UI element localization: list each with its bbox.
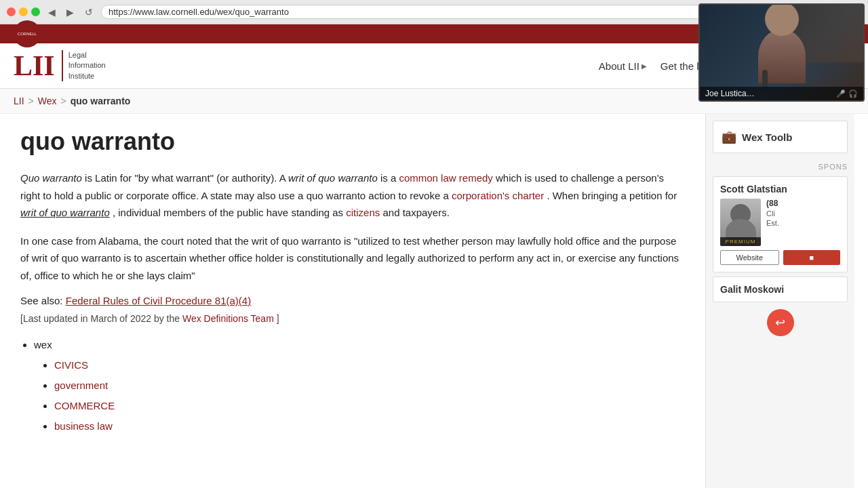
link-civics[interactable]: CIVICS [54,359,88,371]
link-commerce[interactable]: COMMERCE [54,400,115,411]
video-icon-2: 🎧 [848,89,858,98]
right-sidebar: 💼 Wex Toolb SPONS Scott Glatstian PREMIU… [705,114,854,488]
link-common-law[interactable]: common law remedy [399,172,492,184]
breadcrumb-sep1: > [28,96,34,106]
last-updated: [Last updated in March of 2022 by the We… [20,313,685,324]
wex-sublist: CIVICS government COMMERCE business law [54,355,685,436]
link-citizens[interactable]: citizens [346,207,380,218]
see-also: See also: Federal Rules of Civil Procedu… [20,295,685,306]
lawyer-photo-1: PREMIUM [720,199,761,246]
logo-area: LII Legal Information Institute [14,50,106,81]
breadcrumb-wex[interactable]: Wex [38,96,57,106]
main-layout: quo warranto Quo warranto is Latin for "… [0,114,868,488]
page-title: quo warranto [20,127,685,156]
list-item-commerce: COMMERCE [54,396,685,416]
reload-button[interactable]: ↺ [82,5,96,19]
close-button[interactable] [7,7,16,16]
lawyer-img-area-1: PREMIUM (88 Cli Est. [720,199,840,246]
lawyer-info-1: (88 Cli Est. [766,199,779,227]
list-item-business-law: business law [54,416,685,436]
breadcrumb-lii[interactable]: LII [14,96,24,106]
forward-button[interactable]: ▶ [64,5,77,19]
video-name: Joe Lustica… [705,89,755,98]
maximize-button[interactable] [31,7,40,16]
video-icons: 🎤 🎧 [836,89,858,98]
link-government[interactable]: government [54,380,108,391]
lawyer-est-1: Est. [766,219,779,227]
lawyer-card-2: Galit Moskowi [713,277,848,302]
lawyer-phone-1: (88 [766,199,779,208]
lawyer-card-1: Scott Glatstian PREMIUM (88 Cli Est. Web… [713,176,848,272]
italic-writ-2: writ of quo warranto [20,207,110,218]
article-para2: In one case from Alabama, the court note… [20,232,685,285]
video-person [700,5,863,100]
url-text: https://www.law.cornell.edu/wex/quo_warr… [108,7,289,17]
content-area: quo warranto Quo warranto is Latin for "… [0,114,705,488]
toolbox-label: Wex Toolb [742,131,792,143]
link-corporation-charter[interactable]: corporation's charter [452,190,544,201]
briefcase-icon: 💼 [722,129,736,144]
traffic-lights [7,7,40,16]
lawyer-name-2: Galit Moskowi [720,284,840,295]
logo-line2: Information [68,60,106,70]
back-button[interactable]: ◀ [45,5,58,19]
red-dot-indicator: ↩ [767,309,794,336]
italic-quo-warranto-1: Quo warranto [20,172,82,184]
breadcrumb-current: quo warranto [71,96,131,106]
logo-text: Legal Information Institute [62,50,106,81]
video-overlay[interactable]: Joe Lustica… 🎤 🎧 [698,3,865,102]
list-item-civics: CIVICS [54,355,685,375]
premium-badge: PREMIUM [720,237,761,246]
sponsored-label: SPONS [706,160,854,172]
lawyer-city-1: Cli [766,209,779,218]
website-button-1[interactable]: Website [720,250,779,265]
link-frcp[interactable]: Federal Rules of Civil Procedure 81(a)(4… [66,295,251,306]
lawyer-name-1: Scott Glatstian [720,184,840,195]
list-item-wex: wex CIVICS government COMMERCE business … [34,335,685,436]
wex-list: wex CIVICS government COMMERCE business … [34,335,685,436]
breadcrumb-sep2: > [61,96,66,106]
about-arrow: ▶ [642,62,647,70]
italic-writ: writ of quo warranto [288,172,378,184]
link-business-law[interactable]: business law [54,420,113,432]
nav-about[interactable]: About LII ▶ [599,60,647,72]
list-item-government: government [54,375,685,396]
video-icon-1: 🎤 [836,89,846,98]
link-wex-team[interactable]: Wex Definitions Team [182,313,274,324]
wex-toolbox: 💼 Wex Toolb [713,121,848,153]
contact-button-1[interactable]: ■ [783,250,841,265]
logo-line1: Legal [68,50,106,60]
minimize-button[interactable] [19,7,28,16]
logo-lii[interactable]: LII [14,52,55,80]
video-name-bar: Joe Lustica… 🎤 🎧 [700,87,863,100]
cornell-seal: CORNELL [14,20,41,47]
lawyer-buttons-1: Website ■ [720,250,840,265]
logo-line3: Institute [68,71,106,81]
article-para1: Quo warranto is Latin for "by what warra… [20,169,685,222]
